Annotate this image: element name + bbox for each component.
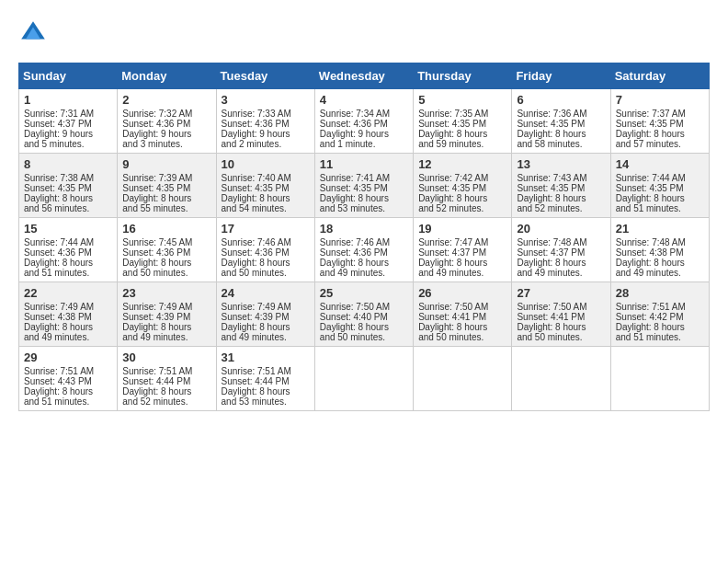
day-number: 2	[122, 93, 210, 107]
calendar-cell: 9Sunrise: 7:39 AMSunset: 4:35 PMDaylight…	[118, 154, 216, 218]
day-info: Sunset: 4:42 PM	[616, 312, 704, 322]
day-info: and 50 minutes.	[222, 268, 310, 278]
day-info: Sunset: 4:35 PM	[616, 183, 704, 193]
day-info: and 52 minutes.	[122, 396, 210, 407]
day-info: Daylight: 8 hours	[616, 129, 704, 139]
day-info: Sunrise: 7:35 AM	[418, 109, 506, 119]
calendar-cell: 26Sunrise: 7:50 AMSunset: 4:41 PMDayligh…	[414, 282, 512, 347]
calendar-cell: 5Sunrise: 7:35 AMSunset: 4:35 PMDaylight…	[414, 89, 512, 154]
day-info: Sunrise: 7:51 AM	[24, 366, 112, 376]
logo	[18, 18, 53, 48]
day-info: Sunrise: 7:48 AM	[517, 237, 605, 247]
day-info: and 50 minutes.	[122, 268, 210, 278]
calendar-cell: 7Sunrise: 7:37 AMSunset: 4:35 PMDaylight…	[610, 89, 709, 154]
day-info: Daylight: 8 hours	[122, 193, 210, 203]
day-info: Sunrise: 7:31 AM	[24, 109, 112, 119]
day-header-wednesday: Wednesday	[314, 63, 413, 89]
calendar-cell: 6Sunrise: 7:36 AMSunset: 4:35 PMDaylight…	[512, 89, 610, 154]
day-info: Sunset: 4:36 PM	[320, 119, 408, 129]
calendar-cell: 3Sunrise: 7:33 AMSunset: 4:36 PMDaylight…	[216, 89, 314, 154]
day-info: Sunrise: 7:45 AM	[122, 237, 210, 247]
calendar-cell: 25Sunrise: 7:50 AMSunset: 4:40 PMDayligh…	[314, 282, 413, 347]
day-info: Sunrise: 7:49 AM	[122, 302, 210, 312]
calendar-cell: 11Sunrise: 7:41 AMSunset: 4:35 PMDayligh…	[314, 154, 413, 218]
day-info: Sunrise: 7:37 AM	[616, 109, 704, 119]
day-number: 17	[222, 222, 310, 236]
day-info: Sunrise: 7:46 AM	[222, 237, 310, 247]
day-info: and 3 minutes.	[122, 139, 210, 149]
day-info: Daylight: 8 hours	[320, 322, 408, 332]
day-info: Daylight: 8 hours	[122, 258, 210, 268]
day-info: Sunset: 4:37 PM	[418, 247, 506, 258]
day-number: 6	[517, 93, 605, 107]
day-info: and 49 minutes.	[222, 332, 310, 342]
day-number: 10	[222, 157, 310, 171]
day-number: 27	[517, 286, 605, 300]
day-info: Daylight: 8 hours	[24, 322, 112, 332]
day-info: Sunset: 4:35 PM	[616, 119, 704, 129]
day-info: and 51 minutes.	[616, 332, 704, 342]
day-info: Daylight: 8 hours	[222, 258, 310, 268]
day-number: 13	[517, 157, 605, 171]
day-info: and 49 minutes.	[517, 268, 605, 278]
calendar-cell: 14Sunrise: 7:44 AMSunset: 4:35 PMDayligh…	[610, 154, 709, 218]
day-info: Sunset: 4:35 PM	[517, 119, 605, 129]
day-info: Sunrise: 7:39 AM	[122, 173, 210, 183]
calendar-cell: 27Sunrise: 7:50 AMSunset: 4:41 PMDayligh…	[512, 282, 610, 347]
day-header-monday: Monday	[118, 63, 216, 89]
day-info: Daylight: 8 hours	[517, 258, 605, 268]
calendar-cell: 20Sunrise: 7:48 AMSunset: 4:37 PMDayligh…	[512, 218, 610, 282]
day-info: and 53 minutes.	[320, 203, 408, 213]
calendar-cell: 4Sunrise: 7:34 AMSunset: 4:36 PMDaylight…	[314, 89, 413, 154]
day-header-tuesday: Tuesday	[216, 63, 314, 89]
day-info: and 49 minutes.	[616, 268, 704, 278]
calendar-cell: 17Sunrise: 7:46 AMSunset: 4:36 PMDayligh…	[216, 218, 314, 282]
day-number: 23	[122, 286, 210, 300]
calendar-cell: 18Sunrise: 7:46 AMSunset: 4:36 PMDayligh…	[314, 218, 413, 282]
calendar-cell: 1Sunrise: 7:31 AMSunset: 4:37 PMDaylight…	[19, 89, 118, 154]
day-info: Daylight: 8 hours	[418, 322, 506, 332]
day-number: 1	[24, 93, 112, 107]
day-info: Sunrise: 7:36 AM	[517, 109, 605, 119]
day-header-sunday: Sunday	[19, 63, 118, 89]
day-info: Sunset: 4:35 PM	[418, 119, 506, 129]
day-info: and 2 minutes.	[222, 139, 310, 149]
day-number: 14	[616, 157, 704, 171]
day-info: Sunrise: 7:43 AM	[517, 173, 605, 183]
day-info: Sunrise: 7:33 AM	[222, 109, 310, 119]
day-info: and 51 minutes.	[24, 396, 112, 407]
calendar-cell: 22Sunrise: 7:49 AMSunset: 4:38 PMDayligh…	[19, 282, 118, 347]
day-info: and 5 minutes.	[24, 139, 112, 149]
day-info: Daylight: 8 hours	[222, 386, 310, 396]
day-info: Daylight: 8 hours	[122, 386, 210, 396]
day-number: 24	[222, 286, 310, 300]
calendar-cell: 12Sunrise: 7:42 AMSunset: 4:35 PMDayligh…	[414, 154, 512, 218]
day-info: Sunrise: 7:50 AM	[320, 302, 408, 312]
calendar-cell	[610, 347, 709, 411]
day-info: Sunrise: 7:50 AM	[418, 302, 506, 312]
day-header-thursday: Thursday	[414, 63, 512, 89]
day-info: Sunrise: 7:51 AM	[616, 302, 704, 312]
day-info: Sunset: 4:37 PM	[517, 247, 605, 258]
day-info: Daylight: 8 hours	[320, 193, 408, 203]
day-number: 29	[24, 350, 112, 364]
day-number: 8	[24, 157, 112, 171]
day-info: Sunrise: 7:32 AM	[122, 109, 210, 119]
calendar-cell: 10Sunrise: 7:40 AMSunset: 4:35 PMDayligh…	[216, 154, 314, 218]
calendar-cell	[414, 347, 512, 411]
day-info: and 51 minutes.	[616, 203, 704, 213]
calendar-cell: 30Sunrise: 7:51 AMSunset: 4:44 PMDayligh…	[118, 347, 216, 411]
day-info: Sunrise: 7:38 AM	[24, 173, 112, 183]
day-info: Sunset: 4:41 PM	[517, 312, 605, 322]
day-info: Daylight: 9 hours	[222, 129, 310, 139]
calendar-cell: 2Sunrise: 7:32 AMSunset: 4:36 PMDaylight…	[118, 89, 216, 154]
day-info: and 59 minutes.	[418, 139, 506, 149]
day-info: Sunset: 4:41 PM	[418, 312, 506, 322]
day-info: Sunset: 4:36 PM	[24, 247, 112, 258]
day-number: 4	[320, 93, 408, 107]
day-info: Daylight: 8 hours	[418, 129, 506, 139]
day-number: 26	[418, 286, 506, 300]
logo-icon	[18, 18, 48, 48]
day-info: and 53 minutes.	[222, 396, 310, 407]
day-info: Daylight: 8 hours	[418, 193, 506, 203]
